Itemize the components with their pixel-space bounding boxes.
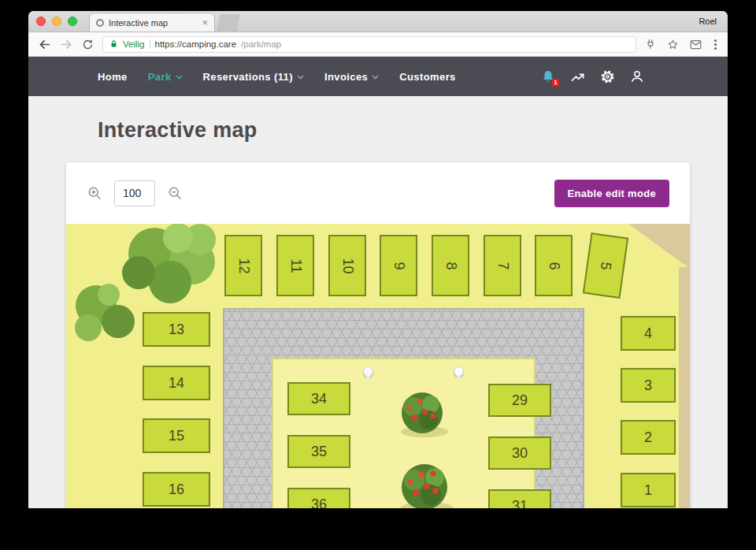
pitch-30[interactable]: 30 [488, 437, 551, 470]
pitch-number: 11 [287, 258, 304, 273]
pitch-number: 3 [644, 377, 652, 394]
pitch-11[interactable]: 11 [276, 235, 314, 296]
window-minimize-button[interactable] [52, 17, 61, 26]
pitch-3[interactable]: 3 [621, 368, 676, 403]
pitch-number: 10 [339, 258, 356, 273]
window-controls [36, 17, 77, 26]
lock-icon [109, 39, 118, 49]
navbar-icons: 1 [541, 69, 644, 84]
pitch-number: 8 [442, 262, 458, 269]
map-canvas[interactable]: 12111098765131415164321343536293031 [66, 224, 690, 508]
url-domain: https://camping.care [155, 39, 237, 49]
inner-courtyard [272, 358, 536, 508]
nav-label: Park [148, 71, 172, 83]
pitch-number: 29 [512, 392, 528, 409]
pitch-number: 6 [545, 262, 561, 269]
os-user-label: Roel [699, 17, 720, 26]
nav-item-reservations[interactable]: Reservations (11) [203, 71, 304, 83]
enable-edit-mode-button[interactable]: Enable edit mode [554, 180, 669, 207]
zoom-in-icon[interactable] [87, 185, 102, 201]
pitch-35[interactable]: 35 [287, 435, 350, 468]
tab-title: Interactive map [109, 18, 197, 28]
more-menu-icon[interactable] [713, 39, 718, 50]
nav-label: Customers [399, 71, 456, 83]
statistics-chart-icon[interactable] [570, 69, 585, 84]
pitch-12[interactable]: 12 [224, 235, 262, 296]
pitch-number: 9 [390, 262, 406, 269]
forward-icon[interactable] [60, 38, 73, 51]
address-bar[interactable]: Veilig https://camping.care /park/map [102, 36, 636, 53]
reload-icon[interactable] [82, 39, 94, 50]
chevron-down-icon [176, 75, 183, 80]
pitch-number: 7 [494, 262, 510, 269]
pitch-5[interactable]: 5 [583, 232, 628, 299]
pitch-number: 35 [311, 444, 327, 460]
pitch-number: 16 [169, 481, 184, 498]
nav-label: Invoices [324, 71, 368, 83]
pitch-number: 30 [512, 445, 528, 462]
pitch-4[interactable]: 4 [621, 316, 676, 351]
account-user-icon[interactable] [630, 69, 644, 84]
pitch-31[interactable]: 31 [488, 489, 551, 508]
bookmark-star-icon[interactable] [667, 39, 679, 50]
pitch-1[interactable]: 1 [621, 473, 676, 507]
pitch-29[interactable]: 29 [488, 384, 551, 417]
map-toolbar: Enable edit mode [66, 162, 690, 224]
tab-bar: Interactive map × Roel [28, 11, 728, 32]
page-content: Interactive map Enable edit mode [28, 96, 728, 508]
browser-action-icons [645, 39, 718, 50]
nav-label: Home [98, 71, 128, 83]
pitch-number: 5 [597, 261, 614, 271]
tab-favicon-icon [96, 19, 104, 27]
zoom-out-icon[interactable] [167, 185, 183, 201]
browser-tab[interactable]: Interactive map × [90, 13, 214, 32]
nav-item-park[interactable]: Park [148, 71, 183, 83]
pitch-36[interactable]: 36 [287, 488, 350, 508]
pitch-15[interactable]: 15 [143, 418, 210, 453]
notifications-bell-icon[interactable]: 1 [541, 69, 555, 84]
window-zoom-button[interactable] [68, 17, 77, 26]
chevron-down-icon [297, 75, 304, 80]
pitch-number: 2 [644, 429, 652, 446]
pitch-9[interactable]: 9 [380, 235, 417, 296]
pitch-14[interactable]: 14 [143, 366, 210, 400]
notification-badge: 1 [552, 79, 559, 87]
app-navbar: Home Park Reservations (11) Invoices Cus… [28, 57, 728, 96]
pitch-number: 1 [644, 482, 652, 499]
address-toolbar: Veilig https://camping.care /park/map [28, 32, 728, 57]
pitch-8[interactable]: 8 [432, 235, 469, 296]
pitch-number: 31 [512, 498, 528, 509]
browser-window: Interactive map × Roel Veilig https://ca… [28, 11, 728, 508]
pitch-2[interactable]: 2 [621, 420, 676, 455]
pitch-34[interactable]: 34 [287, 382, 350, 415]
page-title: Interactive map [98, 118, 728, 143]
pitch-7[interactable]: 7 [484, 235, 521, 296]
zoom-input[interactable] [114, 180, 155, 206]
map-card: Enable edit mode [66, 162, 690, 508]
back-icon[interactable] [38, 38, 51, 51]
url-path: /park/map [241, 39, 281, 49]
window-close-button[interactable] [36, 17, 46, 26]
lamp-icon [454, 366, 464, 377]
pitch-number: 13 [169, 321, 184, 338]
settings-gear-icon[interactable] [600, 69, 615, 84]
lamp-icon [363, 366, 373, 377]
mail-icon[interactable] [690, 39, 702, 50]
pitch-number: 4 [644, 325, 652, 342]
pitch-number: 15 [169, 428, 184, 444]
pitch-6[interactable]: 6 [535, 235, 573, 296]
pitch-16[interactable]: 16 [143, 472, 210, 507]
pitch-number: 34 [311, 391, 327, 407]
nav-label: Reservations (11) [203, 71, 293, 83]
chevron-down-icon [372, 75, 379, 80]
pitch-number: 36 [311, 496, 327, 509]
pitch-13[interactable]: 13 [143, 312, 210, 347]
plugin-icon[interactable] [645, 39, 656, 50]
nav-item-customers[interactable]: Customers [399, 71, 456, 83]
pitch-10[interactable]: 10 [328, 235, 366, 296]
tab-close-icon[interactable]: × [202, 17, 208, 28]
new-tab-button[interactable] [217, 14, 240, 32]
pitch-number: 12 [235, 258, 252, 273]
nav-item-home[interactable]: Home [98, 71, 128, 83]
nav-item-invoices[interactable]: Invoices [324, 71, 379, 83]
